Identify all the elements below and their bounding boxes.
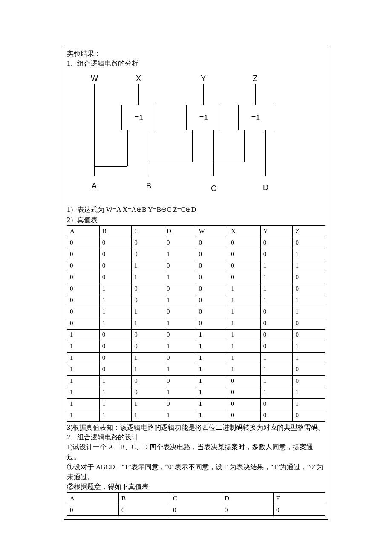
table-row: 01100101 xyxy=(67,306,325,318)
table-cell: 0 xyxy=(293,283,325,295)
table-cell: 1 xyxy=(228,364,261,375)
expression-line: 1）表达式为 W=A X=A⊕B Y=B⊕C Z=C⊕D xyxy=(67,205,325,214)
table-cell: 0 xyxy=(196,318,228,329)
table-cell: 0 xyxy=(196,260,228,272)
table-row: 00100011 xyxy=(67,260,325,272)
table-cell: 1 xyxy=(164,387,196,398)
table-cell: 0 xyxy=(228,237,261,249)
table-cell: 1 xyxy=(67,364,100,375)
table-cell: 0 xyxy=(132,341,164,352)
table-header-cell: C xyxy=(170,493,222,504)
conclusion-line: 3)根据真值表知：该逻辑电路的逻辑功能是将四位二进制码转换为对应的典型格雷码。 xyxy=(67,422,325,432)
table-cell: 1 xyxy=(293,341,325,352)
table-cell: 0 xyxy=(228,375,261,387)
table-cell: 0 xyxy=(164,329,196,341)
table-cell: 0 xyxy=(228,249,261,260)
table-cell: 1 xyxy=(99,318,132,329)
table-cell: 0 xyxy=(260,237,293,249)
table-cell: 0 xyxy=(99,260,132,272)
table-cell: 1 xyxy=(228,295,261,306)
table-cell: 0 xyxy=(67,249,100,260)
table-cell: 1 xyxy=(132,364,164,375)
table-cell: 0 xyxy=(99,249,132,260)
table-cell: 0 xyxy=(67,237,100,249)
table-cell: 1 xyxy=(164,410,196,421)
label-c: C xyxy=(211,184,216,193)
table-row: 00010001 xyxy=(67,249,325,260)
table-cell: 0 xyxy=(196,237,228,249)
table-row: 00000 xyxy=(67,504,325,516)
wire-c-to-g3 xyxy=(213,162,244,162)
wire-a-down xyxy=(94,166,95,176)
table-row: 11101001 xyxy=(67,398,325,410)
table-cell: 0 xyxy=(260,398,293,410)
table-cell: 1 xyxy=(164,295,196,306)
table-cell: 0 xyxy=(228,387,261,398)
wire-a-to-g1 xyxy=(94,166,127,167)
table-cell: 0 xyxy=(67,283,100,295)
table-row: 00110010 xyxy=(67,272,325,283)
table-cell: 1 xyxy=(196,375,228,387)
table-cell: 0 xyxy=(164,237,196,249)
content-frame: 实验结果： 1、组合逻辑电路的分析 W X Y Z =1 =1 =1 xyxy=(64,47,328,520)
table-header-cell: A xyxy=(67,493,119,504)
xor-gate-2: =1 xyxy=(186,105,221,130)
table-cell: 0 xyxy=(99,237,132,249)
table-cell: 0 xyxy=(67,504,119,516)
table-cell: 1 xyxy=(196,329,228,341)
table-cell: 0 xyxy=(67,318,100,329)
label-z: Z xyxy=(253,74,257,83)
table-cell: 1 xyxy=(164,249,196,260)
section2-heading: 2、组合逻辑电路的设计 xyxy=(67,432,325,442)
table-cell: 1 xyxy=(99,295,132,306)
table-cell: 1 xyxy=(132,260,164,272)
table-cell: 0 xyxy=(132,237,164,249)
label-d: D xyxy=(263,183,268,192)
table-cell: 0 xyxy=(99,364,132,375)
table-cell: 1 xyxy=(99,410,132,421)
table-cell: 0 xyxy=(293,375,325,387)
design-step1: ①设对于 ABCD，“1”表示同意，“0”表示不同意，设 F 为表决结果，“1”… xyxy=(67,462,325,482)
section1-heading: 1、组合逻辑电路的分析 xyxy=(67,58,325,68)
table-cell: 1 xyxy=(164,341,196,352)
table-cell: 1 xyxy=(260,295,293,306)
table-cell: 1 xyxy=(99,398,132,410)
truth-table-label: 2）真值表 xyxy=(67,215,325,225)
table-cell: 0 xyxy=(164,375,196,387)
table-cell: 0 xyxy=(170,504,222,516)
table-cell: 1 xyxy=(132,352,164,364)
table-cell: 1 xyxy=(132,318,164,329)
table-header-cell: Y xyxy=(260,225,293,237)
table-cell: 0 xyxy=(260,341,293,352)
table-cell: 0 xyxy=(132,387,164,398)
table-cell: 0 xyxy=(164,352,196,364)
table-cell: 0 xyxy=(132,375,164,387)
table-cell: 1 xyxy=(228,283,261,295)
wire-g2-right xyxy=(213,130,214,176)
table-cell: 1 xyxy=(67,329,100,341)
table-cell: 1 xyxy=(293,260,325,272)
table-cell: 0 xyxy=(67,272,100,283)
table-header-cell: F xyxy=(274,493,325,504)
table-cell: 0 xyxy=(196,272,228,283)
table-cell: 1 xyxy=(293,387,325,398)
wire-g1-right xyxy=(149,130,149,176)
table-cell: 1 xyxy=(132,398,164,410)
table-cell: 0 xyxy=(99,341,132,352)
table-row: 10111110 xyxy=(67,364,325,375)
table-cell: 0 xyxy=(67,306,100,318)
wire-g3-right xyxy=(265,130,266,176)
table-cell: 0 xyxy=(228,410,261,421)
table-header-cell: D xyxy=(164,225,196,237)
label-b: B xyxy=(146,182,151,191)
table-cell: 1 xyxy=(67,375,100,387)
table-cell: 1 xyxy=(67,341,100,352)
table-cell: 1 xyxy=(132,272,164,283)
label-y: Y xyxy=(201,74,206,83)
table-cell: 1 xyxy=(196,352,228,364)
table-cell: 1 xyxy=(196,387,228,398)
table-cell: 1 xyxy=(132,410,164,421)
table-cell: 0 xyxy=(132,283,164,295)
table-cell: 1 xyxy=(196,341,228,352)
table-header-cell: A xyxy=(67,225,100,237)
